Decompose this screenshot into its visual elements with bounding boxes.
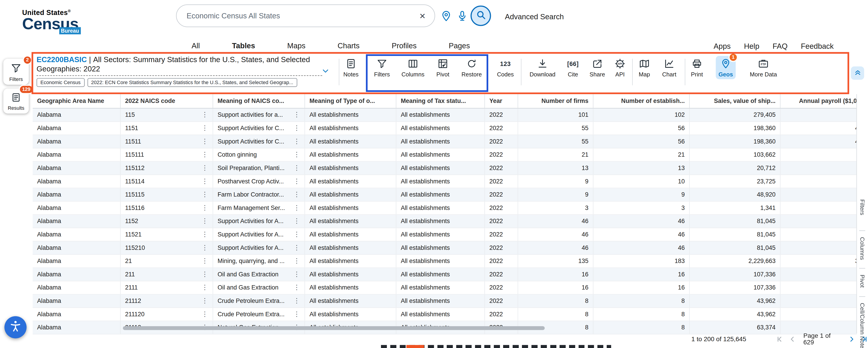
toolbar-download-button[interactable]: Download bbox=[527, 57, 558, 78]
cell-menu-icon[interactable]: ⋮ bbox=[291, 268, 300, 281]
column-header-annual-payroll-1-0[interactable]: Annual payroll ($1,0... bbox=[780, 94, 857, 108]
cell-menu-icon[interactable]: ⋮ bbox=[199, 109, 208, 121]
clear-search-icon[interactable]: ✕ bbox=[419, 11, 426, 20]
table-tag[interactable]: Economic Census bbox=[36, 78, 84, 87]
right-rail-tab-columns[interactable]: Columns bbox=[859, 237, 866, 260]
cell-menu-icon[interactable]: ⋮ bbox=[291, 188, 300, 201]
census-bureau-logo[interactable]: United States® CensusBureau bbox=[22, 9, 95, 32]
cell-menu-icon[interactable]: ⋮ bbox=[199, 255, 208, 267]
toolbar-print-button[interactable]: Print bbox=[681, 57, 713, 78]
first-page-button[interactable] bbox=[776, 335, 784, 343]
nav-link-help[interactable]: Help bbox=[744, 42, 760, 51]
cell-menu-icon[interactable]: ⋮ bbox=[199, 281, 208, 294]
table-row[interactable]: Alabama11511⋮Support Activities for C...… bbox=[33, 135, 857, 148]
table-row[interactable]: Alabama1152⋮Support Activities for A...⋮… bbox=[33, 215, 857, 228]
last-page-button[interactable] bbox=[860, 335, 868, 343]
results-panel-button[interactable]: Results 129 bbox=[3, 89, 29, 114]
right-rail-tab-pivot[interactable]: Pivot bbox=[859, 275, 866, 288]
column-header-meaning-of-tax-statu[interactable]: Meaning of Tax statu... bbox=[396, 94, 485, 108]
cell-menu-icon[interactable]: ⋮ bbox=[291, 175, 300, 188]
cell-menu-icon[interactable]: ⋮ bbox=[199, 148, 208, 161]
next-page-button[interactable] bbox=[847, 335, 856, 343]
table-row[interactable]: Alabama21⋮Mining, quarrying, and ...⋮All… bbox=[33, 255, 857, 268]
column-header-sales-value-of-ship[interactable]: Sales, value of ship... bbox=[690, 94, 780, 108]
toolbar-pivot-button[interactable]: Pivot bbox=[427, 57, 459, 78]
cell-menu-icon[interactable]: ⋮ bbox=[291, 215, 300, 228]
cell-menu-icon[interactable]: ⋮ bbox=[199, 268, 208, 281]
table-row[interactable]: Alabama11521⋮Support Activities for A...… bbox=[33, 228, 857, 241]
accessibility-widget-button[interactable] bbox=[4, 316, 27, 339]
search-bar[interactable]: ✕ bbox=[176, 4, 435, 27]
nav-link-faq[interactable]: FAQ bbox=[773, 42, 787, 51]
table-row[interactable]: Alabama115112⋮Soil Preparation, Planti..… bbox=[33, 162, 857, 175]
nav-link-apps[interactable]: Apps bbox=[714, 42, 731, 51]
toolbar-codes-button[interactable]: 123Codes bbox=[490, 57, 521, 78]
horizontal-scrollbar[interactable] bbox=[123, 326, 545, 330]
cell-menu-icon[interactable]: ⋮ bbox=[291, 228, 300, 241]
cell-menu-icon[interactable]: ⋮ bbox=[291, 294, 300, 307]
advanced-search-link[interactable]: Advanced Search bbox=[505, 13, 564, 21]
cell-menu-icon[interactable]: ⋮ bbox=[199, 228, 208, 241]
cell-menu-icon[interactable]: ⋮ bbox=[199, 215, 208, 228]
toolbar-more-data-button[interactable]: FTPMore Data bbox=[748, 57, 779, 78]
column-header-geographic-area-name[interactable]: Geographic Area Name bbox=[33, 94, 121, 108]
nav-link-feedback[interactable]: Feedback bbox=[801, 42, 834, 51]
cell-menu-icon[interactable]: ⋮ bbox=[199, 122, 208, 135]
table-row[interactable]: Alabama115114⋮Postharvest Crop Activ...⋮… bbox=[33, 175, 857, 188]
column-header-number-of-establish[interactable]: Number of establish... bbox=[593, 94, 690, 108]
table-row[interactable]: Alabama21112⋮Crude Petroleum Extra...⋮Al… bbox=[33, 294, 857, 308]
table-id-link[interactable]: EC2200BASIC bbox=[36, 55, 87, 64]
location-pin-icon[interactable] bbox=[440, 10, 452, 22]
table-tag[interactable]: 2022: ECN Core Statistics Summary Statis… bbox=[87, 78, 297, 87]
column-header-meaning-of-type-of-o[interactable]: Meaning of Type of o... bbox=[305, 94, 396, 108]
tab-all[interactable]: All bbox=[191, 41, 200, 50]
tab-pages[interactable]: Pages bbox=[449, 41, 470, 50]
chevron-down-icon[interactable] bbox=[321, 67, 329, 77]
tab-profiles[interactable]: Profiles bbox=[392, 41, 416, 50]
table-row[interactable]: Alabama1151⋮Support Activities for C...⋮… bbox=[33, 122, 857, 135]
cell-menu-icon[interactable]: ⋮ bbox=[199, 162, 208, 174]
cell-menu-icon[interactable]: ⋮ bbox=[199, 241, 208, 254]
table-row[interactable]: Alabama115111⋮Cotton ginning⋮All establi… bbox=[33, 148, 857, 162]
toolbar-chart-button[interactable]: Chart bbox=[654, 57, 685, 78]
tab-maps[interactable]: Maps bbox=[287, 41, 306, 50]
collapse-toolbar-button[interactable] bbox=[851, 66, 864, 80]
toolbar-geos-button[interactable]: Geos1 bbox=[710, 57, 741, 78]
toolbar-restore-button[interactable]: Restore bbox=[456, 57, 487, 78]
previous-page-button[interactable] bbox=[788, 335, 797, 343]
table-row[interactable]: Alabama115116⋮Farm Management Ser...⋮All… bbox=[33, 202, 857, 215]
column-header-number-of-firms[interactable]: Number of firms bbox=[518, 94, 593, 108]
cell-menu-icon[interactable]: ⋮ bbox=[291, 255, 300, 267]
table-row[interactable]: Alabama115210⋮Support Activities for A..… bbox=[33, 241, 857, 255]
table-row[interactable]: Alabama211⋮Oil and Gas Extraction⋮All es… bbox=[33, 268, 857, 281]
microphone-icon[interactable] bbox=[456, 10, 468, 22]
tab-tables[interactable]: Tables bbox=[232, 41, 255, 50]
column-header-2022-naics-code[interactable]: 2022 NAICS code bbox=[121, 94, 213, 108]
search-submit-button[interactable] bbox=[470, 5, 491, 26]
search-input[interactable] bbox=[185, 11, 415, 21]
table-row[interactable]: Alabama2111⋮Oil and Gas Extraction⋮All e… bbox=[33, 281, 857, 295]
cell-menu-icon[interactable]: ⋮ bbox=[199, 135, 208, 148]
cell-menu-icon[interactable]: ⋮ bbox=[291, 308, 300, 321]
cell-menu-icon[interactable]: ⋮ bbox=[199, 175, 208, 188]
cell-menu-icon[interactable]: ⋮ bbox=[291, 148, 300, 161]
cell-menu-icon[interactable]: ⋮ bbox=[199, 308, 208, 321]
column-header-meaning-of-naics-co[interactable]: Meaning of NAICS co... bbox=[213, 94, 305, 108]
cell-menu-icon[interactable]: ⋮ bbox=[291, 202, 300, 214]
cell-menu-icon[interactable]: ⋮ bbox=[291, 241, 300, 254]
right-rail-tab-filters[interactable]: Filters bbox=[859, 199, 866, 215]
cell-menu-icon[interactable]: ⋮ bbox=[291, 162, 300, 174]
table-row[interactable]: Alabama115115⋮Farm Labor Contractor...⋮A… bbox=[33, 188, 857, 202]
cell-menu-icon[interactable]: ⋮ bbox=[199, 294, 208, 307]
cell-menu-icon[interactable]: ⋮ bbox=[291, 281, 300, 294]
tab-charts[interactable]: Charts bbox=[337, 41, 360, 50]
filters-panel-button[interactable]: Filters 2 bbox=[3, 59, 29, 85]
table-row[interactable]: Alabama115⋮Support activities for a...⋮A… bbox=[33, 109, 857, 122]
toolbar-columns-button[interactable]: Columns bbox=[398, 57, 429, 78]
table-row[interactable]: Alabama211120⋮Crude Petroleum Extra...⋮A… bbox=[33, 308, 857, 321]
column-header-year[interactable]: Year bbox=[485, 94, 518, 108]
cell-menu-icon[interactable]: ⋮ bbox=[291, 122, 300, 135]
cell-menu-icon[interactable]: ⋮ bbox=[291, 135, 300, 148]
toolbar-notes-button[interactable]: Notes bbox=[335, 57, 367, 78]
cell-menu-icon[interactable]: ⋮ bbox=[199, 202, 208, 214]
